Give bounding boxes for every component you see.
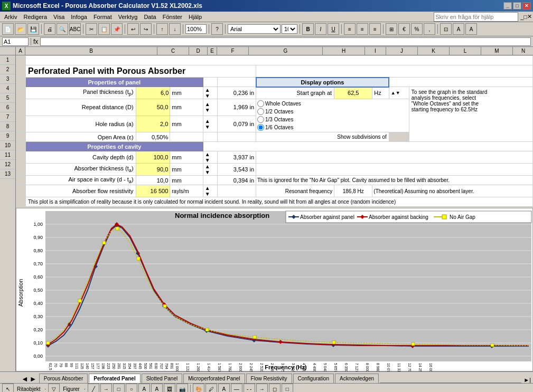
tab-flow-resistivity[interactable]: Flow Resistivity [246,374,292,383]
menu-fonster[interactable]: Fönster [160,13,185,21]
col-g[interactable]: G [249,47,323,55]
col-j[interactable]: J [386,47,418,55]
merge-button[interactable]: ⊞ [386,23,397,35]
col-m[interactable]: M [481,47,513,55]
line-style-tool[interactable]: — [231,384,242,393]
print-button[interactable]: 🖨 [44,23,55,35]
formula-input[interactable] [40,37,531,46]
font-color-tool[interactable]: A [218,384,230,393]
autoshapes-button[interactable]: ▽ [48,384,60,393]
app-restore[interactable]: □ [523,14,527,20]
3d-tool[interactable]: □ [282,384,293,393]
menu-arkiv[interactable]: Arkiv [1,13,20,21]
tab-slotted-panel[interactable]: Slotted Panel [142,374,183,383]
maximize-button[interactable]: □ [513,2,521,9]
start-graph-hz-value[interactable]: 62,5 [334,87,372,99]
absorber-thickness-value[interactable]: 90,0 [136,164,170,176]
percent-button[interactable]: % [411,23,423,35]
spellcheck-button[interactable]: ABC [69,23,81,35]
fill-color-tool[interactable]: 🎨 [193,384,204,393]
menu-visa[interactable]: Visa [50,13,68,21]
image-tool[interactable]: 📷 [176,384,188,393]
clipart-tool[interactable]: 🖼 [164,384,175,393]
align-center-button[interactable]: ≡ [357,23,368,35]
cavity-depth-value[interactable]: 100,0 [136,151,170,164]
comma-button[interactable]: , [424,23,435,35]
radio-whole-octaves[interactable] [257,100,264,107]
line-tool[interactable]: ╱ [88,384,99,393]
col-n[interactable]: N [513,47,533,55]
hz-spinner[interactable]: ▲▼ [389,87,409,99]
cut-button[interactable]: ✂ [86,23,97,35]
cell-reference[interactable] [2,37,29,46]
radio-third-octaves[interactable] [257,116,264,123]
tab-scroll-left[interactable]: ◄ [21,375,29,383]
col-d[interactable]: D [189,47,208,55]
flow-resist-value[interactable]: 16 500 [136,185,170,197]
octave-whole[interactable]: Whole Octaves [257,100,408,107]
flow-resist-step[interactable]: ▲▼ [203,185,217,197]
close-button[interactable]: ✕ [522,2,531,9]
rect-tool[interactable]: □ [113,384,125,393]
col-i[interactable]: I [365,47,386,55]
col-b[interactable]: B [25,47,157,55]
minimize-button[interactable]: _ [503,2,512,9]
col-h[interactable]: H [323,47,365,55]
fill-color-button[interactable]: A [453,23,464,35]
cell-a1[interactable] [16,56,26,65]
font-color-button[interactable]: A [465,23,477,35]
underline-button[interactable]: U [328,23,339,35]
border-button[interactable]: ⊡ [440,23,452,35]
panel-thickness-step[interactable]: ▲▼ [203,87,217,99]
italic-button[interactable]: I [315,23,326,35]
octave-half[interactable]: 1/2 Octaves [257,108,408,115]
repeat-dist-value[interactable]: 50,0 [136,99,170,116]
tab-porous-absorber[interactable]: Porous Absorber [39,374,88,383]
arrow-style-tool[interactable]: → [256,384,268,393]
tab-configuration[interactable]: Configuration [293,374,334,383]
menu-infoga[interactable]: Infoga [68,13,90,21]
tab-microperforated-panel[interactable]: Microperforated Panel [183,374,245,383]
line-color-tool[interactable]: 🖊 [205,384,217,393]
draw-select-button[interactable]: ↖ [2,384,14,393]
sort-asc-button[interactable]: ↑ [156,23,168,35]
octave-sixth[interactable]: 1/6 Octaves [257,124,408,131]
menu-data[interactable]: Data [141,13,159,21]
cavity-depth-step[interactable]: ▲▼ [203,151,217,164]
sort-desc-button[interactable]: ↓ [169,23,181,35]
zoom-input[interactable] [185,24,207,34]
arrow-tool[interactable]: → [100,384,112,393]
menu-hjalp[interactable]: Hjälp [185,13,205,21]
currency-button[interactable]: € [398,23,410,35]
radio-half-octaves[interactable] [257,108,264,115]
open-button[interactable]: 📂 [15,23,26,35]
tab-perforated-panel[interactable]: Perforated Panel [89,374,140,383]
tab-acknowledgen[interactable]: Acknowledgen [335,374,379,383]
undo-button[interactable]: ↩ [127,23,139,35]
col-f[interactable]: F [217,47,249,55]
paste-button[interactable]: 📌 [111,23,123,35]
panel-thickness-value[interactable]: 6,0 [136,87,170,99]
save-button[interactable]: 💾 [27,23,39,35]
hole-radius-value[interactable]: 2,0 [136,116,170,132]
octave-third[interactable]: 1/3 Octaves [257,116,408,123]
tab-scroll-right[interactable]: ► [30,375,37,383]
col-c[interactable]: C [157,47,189,55]
oval-tool[interactable]: ○ [126,384,137,393]
col-k[interactable]: K [418,47,450,55]
app-close[interactable]: ✕ [527,13,532,20]
menu-verktyg[interactable]: Verktyg [115,13,141,21]
help-button[interactable]: ? [211,23,223,35]
font-selector[interactable]: Arial [228,24,280,34]
bold-button[interactable]: B [302,23,314,35]
tab-expand[interactable]: ►| [521,377,533,383]
font-size-selector[interactable]: 10 [282,24,297,34]
repeat-dist-step[interactable]: ▲▼ [203,99,217,116]
menu-format[interactable]: Format [90,13,115,21]
dash-style-tool[interactable]: - - [244,384,255,393]
hole-radius-step[interactable]: ▲▼ [203,116,217,132]
col-e[interactable]: E [208,47,217,55]
align-right-button[interactable]: ≡ [369,23,381,35]
col-a[interactable]: A [16,47,25,55]
align-left-button[interactable]: ≡ [344,23,356,35]
